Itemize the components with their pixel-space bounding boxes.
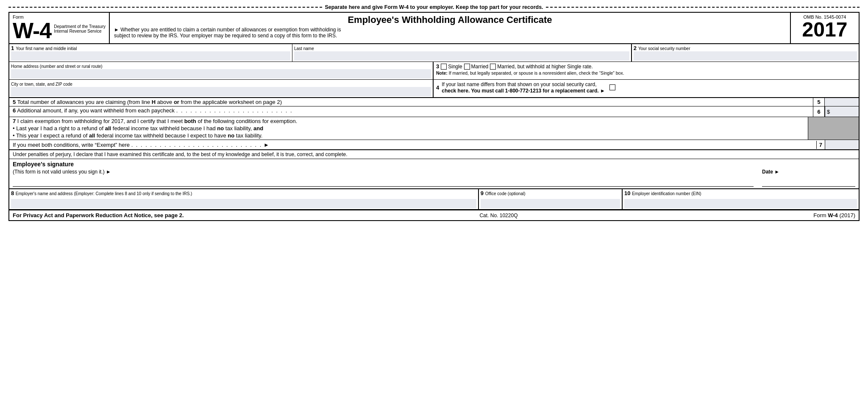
footer-left: For Privacy Act and Paperwork Reduction … [13,212,184,218]
ssn-input[interactable] [634,51,857,61]
city-label: City or town, state, and ZIP code [11,82,72,87]
line5-bold: H [152,99,156,105]
field3-num: 3 [436,63,439,70]
subtitle2: subject to review by the IRS. Your emplo… [114,33,337,39]
line7-box-num: 7 [819,142,822,148]
line7-num-label: 7 [13,118,16,124]
line10-num: 10 [624,190,630,196]
line9-label: Office code (optional) [485,191,526,196]
line10-label: Employer identification number (EIN) [632,191,701,196]
form-title: Employee's Withholding Allowance Certifi… [114,14,786,25]
line7-dots: . . . . . . . . . . . . . . . . . . . . … [131,142,262,148]
field2-label: Your social security number [638,46,690,51]
line7-arrow: ► [264,142,269,148]
date-label: Date ► [762,169,779,175]
footer-right: Form W-4 (2017) [813,212,855,218]
line9-num: 9 [481,190,484,196]
last-name-input[interactable] [294,51,629,61]
line8-label: Employer's name and address (Employer: C… [16,191,192,196]
line7-both: both [184,118,196,124]
line6-dollar: $ [827,109,830,115]
year: 2017 [794,20,855,40]
single-label: Single [448,64,462,70]
single-checkbox[interactable] [441,64,447,70]
lastname-label: Last name [294,46,314,51]
note-bold: Note: [436,70,448,76]
line5-text2: above [156,99,174,105]
field4-text2: check here. You must call 1-800-772-1213… [442,88,605,94]
address-input[interactable] [11,69,431,78]
line7-bottom-text: If you meet both conditions, write “Exem… [13,142,130,148]
subtitle1: ► Whether you are entitled to claim a ce… [114,27,341,33]
line7-bullet2: • This year I expect a refund of all fed… [13,132,262,139]
footer-mid: Cat. No. 10220Q [479,213,517,218]
dept-line2: Internal Revenue Service [54,29,106,34]
line5-box-num: 5 [817,99,820,105]
line7-input[interactable] [825,140,859,149]
field4-num: 4 [436,84,439,91]
line8-num: 8 [11,190,14,196]
note-text: If married, but legally separated, or sp… [448,70,624,76]
line6-input[interactable] [831,107,857,116]
sig-label-sub: (This form is not valid unless you sign … [13,169,111,175]
field1-label: Your first name and middle initial [16,46,77,51]
line6-box-num: 6 [817,109,820,115]
line7-text1: I claim exemption from withholding for 2… [17,118,184,124]
line7-bullet1: • Last year I had a right to a refund of… [13,125,263,132]
married-higher-label: Married, but withhold at higher Single r… [497,64,593,70]
ein-input[interactable] [624,199,857,208]
line7-gray-area [808,117,859,140]
line6-num-label: 6 [13,107,16,114]
married-checkbox[interactable] [464,64,470,70]
line5-or: or [174,99,179,105]
field2-num: 2 [634,45,637,51]
name-differs-checkbox[interactable] [609,84,615,90]
line6-dots: . . . . . . . . . . . . . . . . . . . . … [176,107,293,114]
separator-text: Separate here and give Form W-4 to your … [325,4,543,10]
field4-text: If your last name differs from that show… [442,81,596,87]
first-name-input[interactable] [11,51,290,61]
date-input[interactable] [762,175,855,187]
dept-line1: Department of the Treasury [54,24,106,29]
line6-text: Additional amount, if any, you want with… [17,107,175,114]
city-input[interactable] [11,87,431,96]
line5-text3: from the applicable worksheet on page 2) [179,99,282,105]
line5-input[interactable] [825,98,859,106]
married-label: Married [471,64,489,70]
signature-input[interactable] [13,175,754,187]
sig-label-bold: Employee's signature [13,161,74,168]
line5-text: Total number of allowances you are claim… [17,99,152,105]
form-w4: W-4 [13,18,51,43]
married-higher-checkbox[interactable] [490,64,496,70]
line5-num-label: 5 [13,99,16,105]
office-code-input[interactable] [481,199,620,208]
line7-text2: of the following conditions for exemptio… [196,118,297,124]
field1-num: 1 [11,45,14,51]
penalties-text: Under penalties of perjury, I declare th… [13,151,348,157]
employer-name-input[interactable] [11,199,476,208]
address-label: Home address (number and street or rural… [11,64,103,69]
